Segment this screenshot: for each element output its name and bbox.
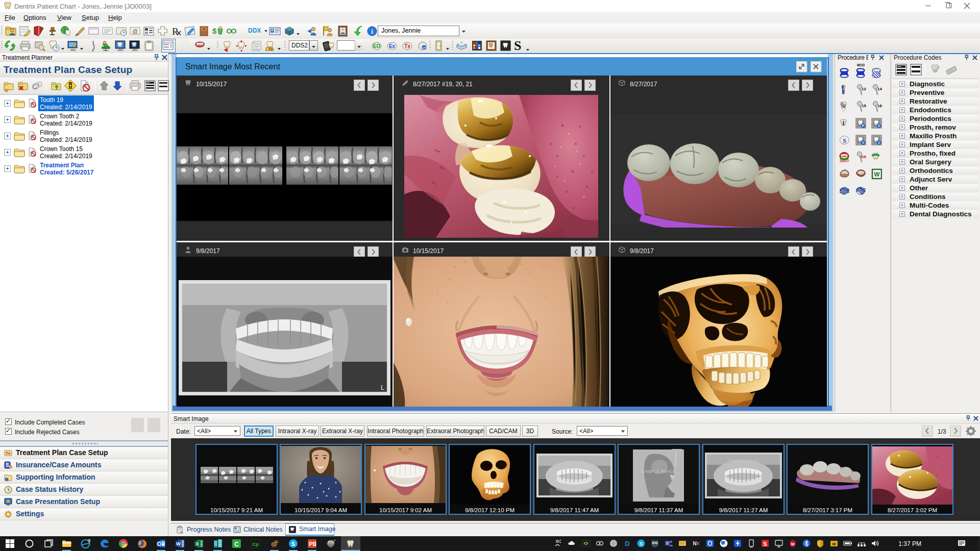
svg-text:140: 140: [877, 87, 882, 91]
svg-text:150: 150: [862, 104, 866, 108]
svg-text:S: S: [843, 137, 846, 144]
svg-text:W: W: [874, 171, 880, 178]
svg-text:S: S: [763, 541, 767, 547]
svg-text:Tx: Tx: [6, 451, 11, 456]
svg-text:C: C: [234, 541, 239, 548]
svg-text:120: 120: [862, 87, 866, 91]
svg-text:W: W: [176, 541, 181, 546]
svg-text:P: P: [862, 124, 865, 128]
svg-text:EO: EO: [373, 43, 381, 49]
svg-text:#: #: [862, 141, 864, 144]
svg-text:i: i: [371, 28, 373, 35]
svg-text:ER: ER: [861, 155, 866, 159]
svg-text:160: 160: [877, 104, 882, 108]
svg-text:2: 2: [878, 141, 880, 144]
svg-text:SAMPLE IMAGE: SAMPLE IMAGE: [728, 458, 758, 463]
svg-text:Ex: Ex: [389, 43, 396, 49]
svg-text:Cp: Cp: [253, 542, 259, 547]
svg-text:Tx: Tx: [268, 47, 273, 51]
svg-text:W: W: [832, 542, 836, 546]
svg-text:Tx: Tx: [404, 43, 410, 49]
svg-text:X: X: [878, 124, 880, 128]
svg-text:N: N: [693, 541, 696, 546]
svg-text:@: @: [132, 28, 138, 34]
svg-text:SAMPLE IMAGE: SAMPLE IMAGE: [641, 469, 676, 474]
svg-text:P: P: [309, 541, 312, 547]
svg-text:L: L: [381, 384, 384, 391]
svg-text:M: M: [791, 542, 795, 546]
svg-text:D: D: [625, 540, 629, 547]
svg-text:T: T: [666, 542, 669, 545]
svg-text:S: S: [640, 541, 643, 546]
svg-text:$: $: [212, 27, 217, 35]
svg-text:X: X: [195, 541, 199, 546]
svg-text:S: S: [291, 541, 295, 547]
svg-text:ADULT: ADULT: [840, 160, 849, 163]
